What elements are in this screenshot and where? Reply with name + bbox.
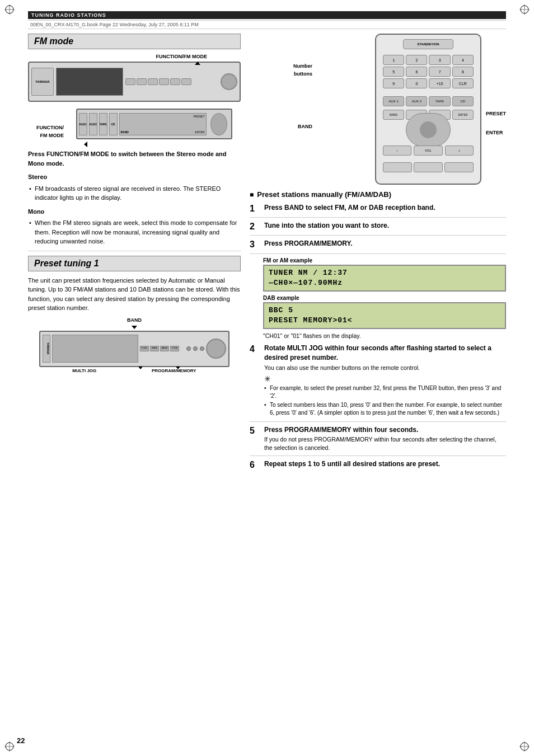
vol-label: VOL bbox=[414, 145, 442, 156]
corner-mark-tl bbox=[4, 4, 15, 15]
preset-btn-area: FUNC MEM BAND TUNE bbox=[140, 346, 185, 351]
bottom-btn-3 bbox=[444, 162, 474, 172]
bottom-btn-1 bbox=[383, 162, 412, 172]
step-6: 6 Repeat steps 1 to 5 until all desired … bbox=[250, 459, 506, 473]
preset-label-wrap: PRESET bbox=[486, 109, 506, 117]
dab-display-line2: PRESET MEMORY>01< bbox=[269, 316, 500, 326]
preset-tuning-title: Preset tuning 1 bbox=[28, 256, 241, 271]
header-title: TUNING RADIO STATIONS bbox=[31, 12, 106, 18]
panel-btn-1 bbox=[125, 78, 135, 85]
remote-control: STANDBY/ON 1 2 3 4 5 6 7 8 9 bbox=[375, 34, 481, 185]
stereo-section: Stereo FM broadcasts of stereo signal ar… bbox=[28, 172, 241, 203]
preset-display bbox=[52, 335, 138, 363]
num-btn-5: 5 bbox=[383, 67, 404, 77]
num-btn-4: 4 bbox=[452, 55, 474, 65]
section-divider bbox=[28, 251, 241, 251]
program-arrow bbox=[176, 367, 180, 369]
remote-band-label: BAND bbox=[298, 124, 312, 129]
display-note: "CH01" or "01" flashes on the display. bbox=[263, 332, 506, 339]
arrow-wrap bbox=[67, 142, 241, 147]
num-btn-1: 1 bbox=[383, 55, 404, 65]
panel-btn-2 bbox=[137, 78, 147, 85]
aux2-btn: AUX 2 bbox=[406, 96, 427, 106]
small-front-panel: AUX1 AUX2 TAPE CD BAND PRESET ENTER bbox=[76, 109, 232, 139]
step-5: 5 Press PROGRAM/MEMORY within four secon… bbox=[250, 425, 506, 456]
yamaha-logo-area: YAMAHA bbox=[31, 68, 54, 96]
panel-btn-3 bbox=[148, 78, 158, 85]
standby-btn: STANDBY/ON bbox=[403, 39, 453, 49]
tape-btn: TAPE bbox=[429, 96, 450, 106]
preset-front-panel: YAMAHA FUNC MEM BAND TUNE bbox=[39, 331, 229, 367]
num-btn-7: 7 bbox=[429, 67, 450, 77]
program-memory-label: PROGRAM/MEMORY bbox=[152, 368, 196, 373]
page-number: 22 bbox=[17, 736, 25, 745]
tip-bullet-1: For example, to select the preset number… bbox=[264, 384, 506, 400]
numpad-area: 1 2 3 4 5 6 7 8 9 0 +10 CLR bbox=[383, 55, 474, 88]
device-closeup-wrap: FUNCTION/ FM MODE AUX1 AUX2 TAPE CD BAND bbox=[28, 106, 241, 147]
preset-btn-function: FUNC bbox=[140, 346, 149, 351]
step-4-content: Rotate MULTI JOG within four seconds aft… bbox=[264, 344, 506, 417]
mono-section: Mono When the FM stereo signals are week… bbox=[28, 207, 241, 246]
fm-am-display-line2: —CH0×—107.90MHz bbox=[269, 278, 500, 288]
section-header: TUNING RADIO STATIONS bbox=[28, 11, 506, 19]
remote-left-labels: Number buttons BAND bbox=[250, 34, 317, 130]
small-aux2: AUX2 bbox=[89, 113, 97, 135]
left-arrow-function bbox=[84, 142, 87, 147]
step-1-content: Press BAND to select FM, AM or DAB recep… bbox=[264, 203, 506, 213]
band-diagram: BAND YAMAHA FUNC MEM BAND bbox=[28, 317, 241, 373]
vol-up-btn: + bbox=[445, 145, 474, 156]
cd-btn: CD bbox=[452, 96, 474, 106]
small-cd: CD bbox=[109, 113, 118, 135]
band-small-label: BAND bbox=[121, 130, 129, 134]
fm-mode-description: Press FUNCTION/FM MODE to switch between… bbox=[28, 149, 241, 168]
preset-volume-knob bbox=[206, 339, 226, 359]
function-fm-label-top: FUNCTION/FM MODE bbox=[28, 54, 241, 59]
small-btn-2 bbox=[193, 346, 198, 351]
num-btn-9: 9 bbox=[383, 78, 404, 88]
multijog-arrow bbox=[138, 367, 143, 369]
number-btns-label-wrap: Number buttons bbox=[250, 62, 312, 77]
remote-nav-inner bbox=[420, 121, 437, 138]
dab-example-label: DAB example bbox=[263, 295, 506, 301]
fm-am-display: TUNER NM / 12:37 —CH0×—107.90MHz bbox=[263, 265, 506, 292]
num-btn-6: 6 bbox=[406, 67, 427, 77]
multi-jog-label: MULTI JOG bbox=[72, 368, 96, 373]
dab-display: BBC 5 PRESET MEMORY>01< bbox=[263, 302, 506, 329]
left-column: FM mode FUNCTION/FM MODE YAMAHA bbox=[28, 34, 241, 477]
mono-bullet: When the FM stereo signals are week, sel… bbox=[28, 218, 241, 246]
preset-right-controls bbox=[186, 346, 204, 351]
band-label-top: BAND bbox=[28, 317, 241, 323]
num-btn-12: CLR bbox=[452, 78, 474, 88]
fm-am-example-wrap: FM or AM example TUNER NM / 12:37 —CH0×—… bbox=[263, 257, 506, 340]
num-btn-3: 3 bbox=[429, 55, 450, 65]
band-label-wrap: BAND bbox=[250, 122, 312, 130]
step-3: 3 Press PROGRAM/MEMORY. bbox=[250, 239, 506, 253]
step-1: 1 Press BAND to select FM, AM or DAB rec… bbox=[250, 203, 506, 218]
step-3-content: Press PROGRAM/MEMORY. bbox=[264, 239, 506, 248]
vol-down-btn: − bbox=[383, 145, 411, 156]
bottom-row bbox=[383, 162, 474, 172]
num-btn-8: 8 bbox=[452, 67, 474, 77]
panel-btn-4 bbox=[159, 78, 169, 85]
preset-btn-band: BAND bbox=[160, 346, 169, 351]
bottom-labels: MULTI JOG PROGRAM/MEMORY bbox=[39, 368, 229, 373]
number-btns-label: Number bbox=[293, 63, 312, 69]
manual-page: TUNING RADIO STATIONS 00EN_00_CRX-M170_G… bbox=[0, 0, 534, 756]
file-info: 00EN_00_CRX-M170_G.book Page 22 Wednesda… bbox=[28, 20, 506, 29]
fm-am-display-line1: TUNER NM / 12:37 bbox=[269, 268, 500, 278]
panel-btn-6 bbox=[181, 78, 191, 85]
corner-mark-br bbox=[519, 741, 530, 752]
step-2: 2 Tune into the station you want to stor… bbox=[250, 221, 506, 236]
small-volume-knob bbox=[210, 113, 227, 135]
preset-label: PRESET bbox=[486, 111, 506, 116]
device-front-panel-wrap: YAMAHA bbox=[28, 62, 241, 102]
num-btn-11: +10 bbox=[429, 78, 450, 88]
closeup-with-label: FUNCTION/ FM MODE AUX1 AUX2 TAPE CD BAND bbox=[28, 106, 241, 147]
bottom-btn-2 bbox=[414, 162, 443, 172]
panel-buttons bbox=[125, 78, 218, 85]
small-controls: BAND PRESET ENTER bbox=[119, 113, 207, 135]
preset-btn-tuner: TUNE bbox=[170, 346, 179, 351]
step-5-detail: If you do not press PROGRAM/MEMORY withi… bbox=[264, 435, 506, 452]
tip-bullet-2: To select numbers less than 10, press '0… bbox=[264, 401, 506, 417]
corner-mark-tr bbox=[519, 4, 530, 15]
